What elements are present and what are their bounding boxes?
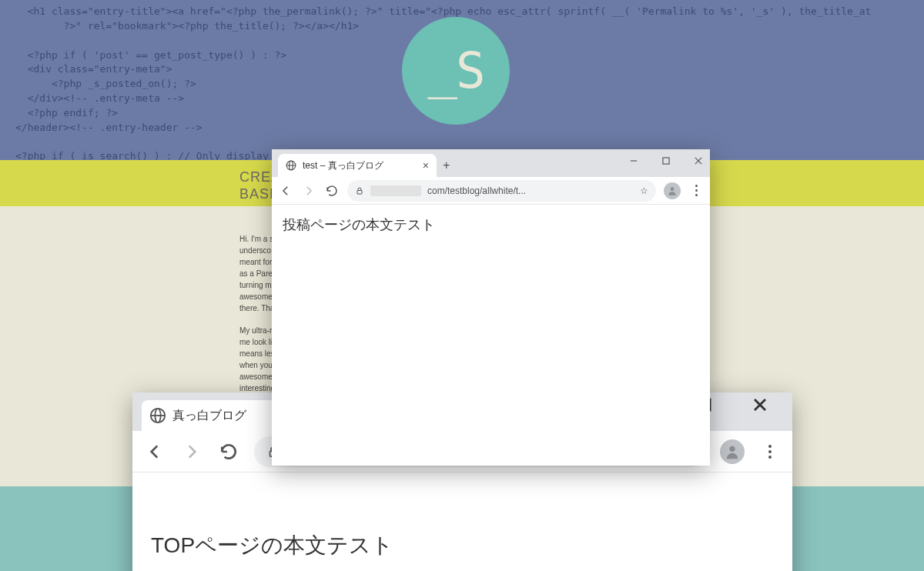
reload-button[interactable] (217, 440, 240, 463)
lock-icon (355, 186, 364, 195)
page-body-text: TOPページの本文テスト (151, 531, 774, 560)
back-button[interactable] (143, 440, 166, 463)
svg-rect-13 (663, 158, 669, 164)
globe-icon (286, 160, 296, 171)
address-bar[interactable]: com/testblog/allwhite/t... ☆ (347, 180, 656, 202)
minimize-icon[interactable] (628, 155, 639, 166)
menu-button[interactable] (688, 183, 704, 199)
tab-strip: test – 真っ白ブログ × + (272, 149, 710, 177)
browser-window-1: test – 真っ白ブログ × + com/testblog/allwhite/… (272, 149, 710, 466)
svg-point-8 (729, 446, 735, 451)
browser-tab[interactable]: test – 真っ白ブログ × (278, 154, 437, 177)
close-tab-icon[interactable]: × (423, 159, 429, 172)
underscores-logo: _S (402, 17, 510, 125)
window-controls (628, 155, 704, 166)
url-domain-redacted (370, 185, 421, 196)
browser-toolbar: com/testblog/allwhite/t... ☆ (272, 177, 710, 205)
url-path: com/testblog/allwhite/t... (427, 185, 526, 196)
svg-rect-16 (357, 190, 362, 194)
new-tab-button[interactable]: + (443, 159, 450, 172)
page-body-text: 投稿ページの本文テスト (283, 215, 699, 234)
maximize-icon[interactable] (661, 155, 671, 166)
tab-title: test – 真っ白ブログ (303, 159, 417, 172)
logo-text: _S (427, 42, 484, 99)
profile-avatar[interactable] (720, 439, 745, 464)
profile-avatar[interactable] (664, 182, 681, 199)
page-viewport: TOPページの本文テスト (132, 472, 792, 571)
close-icon[interactable] (693, 155, 704, 166)
back-button[interactable] (278, 183, 293, 199)
svg-point-17 (671, 187, 675, 191)
close-icon[interactable] (749, 394, 771, 416)
forward-button[interactable] (180, 440, 203, 463)
bookmark-star-icon[interactable]: ☆ (640, 185, 648, 196)
globe-icon (149, 407, 166, 424)
forward-button[interactable] (301, 183, 316, 199)
reload-button[interactable] (324, 183, 340, 199)
menu-button[interactable] (758, 440, 782, 463)
page-viewport: 投稿ページの本文テスト (272, 205, 710, 466)
